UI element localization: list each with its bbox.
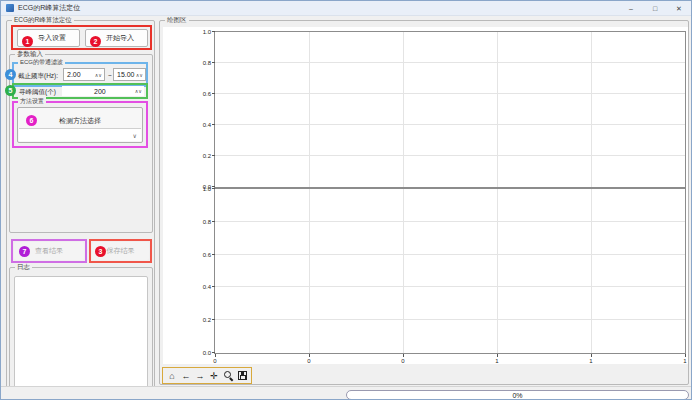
- detection-method-value: [19, 137, 22, 144]
- home-icon[interactable]: ⌂: [167, 369, 177, 382]
- log-group: 日志: [9, 267, 153, 393]
- cutoff-low-spinbox[interactable]: 2.00 ∧∨: [63, 68, 105, 81]
- log-group-title: 日志: [15, 263, 32, 271]
- import-settings-label: 导入设置: [38, 33, 66, 43]
- view-results-label: 查看结果: [35, 246, 63, 256]
- maximize-button[interactable]: □: [643, 1, 667, 16]
- method-settings-title: 方法设置: [18, 97, 46, 105]
- zoom-icon[interactable]: [223, 369, 233, 382]
- cutoff-low-value: 2.00: [64, 71, 95, 78]
- step-badge-5: 5: [5, 85, 16, 96]
- range-separator: ~: [108, 72, 112, 79]
- step-badge-1: 1: [22, 36, 33, 47]
- close-button[interactable]: ✕: [667, 1, 691, 16]
- step-badge-3: 3: [95, 246, 106, 257]
- peak-threshold-value: 200: [62, 88, 135, 95]
- plot-canvas[interactable]: 0.00.20.40.60.81.0 0.00.20.40.60.81.0000…: [163, 27, 688, 364]
- step-badge-2: 2: [90, 36, 101, 47]
- method-panel: 6 检测方法选择 ∨: [17, 107, 143, 143]
- cutoff-high-value: 15.00: [114, 71, 136, 78]
- titlebar: ECG的R峰算法定位 – □ ✕: [1, 1, 691, 16]
- step-badge-7: 7: [19, 246, 30, 257]
- import-annotation-box: 1 导入设置 2 开始导入: [11, 25, 152, 50]
- bandpass-filter-title: ECG的带通滤波: [18, 58, 65, 66]
- subplot-bottom-axes: 0.00.20.40.60.81.0000111: [214, 188, 686, 354]
- spinner-arrows-icon[interactable]: ∧∨: [135, 88, 144, 94]
- view-results-annotation-box: 查看结果 7: [11, 239, 87, 263]
- plot-area-group: 绘图区 0.00.20.40.60.81.0 0.00.20.40.60.81.…: [159, 20, 689, 385]
- progress-text: 0%: [512, 392, 522, 399]
- app-window: ECG的R峰算法定位 – □ ✕ ECG的R峰算法定位 1 导入设置 2 开始导…: [0, 0, 692, 400]
- window-title: ECG的R峰算法定位: [18, 3, 80, 13]
- start-import-button[interactable]: 2 开始导入: [85, 29, 148, 47]
- cutoff-high-spinbox[interactable]: 15.00 ∧∨: [113, 68, 146, 81]
- spinner-arrows-icon[interactable]: ∧∨: [95, 72, 104, 78]
- save-results-annotation-box: 保存结果 3: [89, 239, 152, 263]
- minimize-button[interactable]: –: [619, 1, 643, 16]
- step-badge-4: 4: [5, 69, 16, 80]
- forward-icon[interactable]: →: [195, 369, 205, 382]
- peak-threshold-label: 寻峰阈值(个): [19, 88, 56, 97]
- import-settings-button[interactable]: 1 导入设置: [17, 29, 80, 47]
- statusbar: 0%: [1, 386, 692, 400]
- chevron-down-icon: ∨: [133, 132, 137, 139]
- plot-area-group-title: 绘图区: [165, 16, 189, 24]
- save-figure-icon[interactable]: [237, 369, 247, 382]
- progress-bar: 0%: [346, 390, 689, 400]
- peak-threshold-spinbox[interactable]: 200 ∧∨: [62, 86, 144, 96]
- save-results-label: 保存结果: [107, 246, 135, 256]
- log-textarea[interactable]: [14, 276, 148, 388]
- parameter-input-group-title: 参数输入: [15, 50, 45, 58]
- plot-toolbar: ⌂ ← → ✛: [162, 367, 252, 384]
- method-settings-box: 方法设置 6 检测方法选择 ∨: [12, 101, 148, 148]
- detection-method-combobox[interactable]: ∨: [19, 128, 141, 141]
- app-icon: [6, 4, 14, 12]
- spinner-arrows-icon[interactable]: ∧∨: [136, 72, 145, 78]
- left-panel-group-title: ECG的R峰算法定位: [12, 16, 74, 24]
- start-import-label: 开始导入: [106, 33, 134, 43]
- back-icon[interactable]: ←: [181, 369, 191, 382]
- cutoff-frequency-label: 截止频率(Hz):: [18, 72, 58, 81]
- subplot-top-axes: 0.00.20.40.60.81.0: [214, 31, 686, 188]
- pan-icon[interactable]: ✛: [209, 369, 219, 382]
- step-badge-6: 6: [26, 115, 37, 126]
- window-controls: – □ ✕: [619, 1, 691, 16]
